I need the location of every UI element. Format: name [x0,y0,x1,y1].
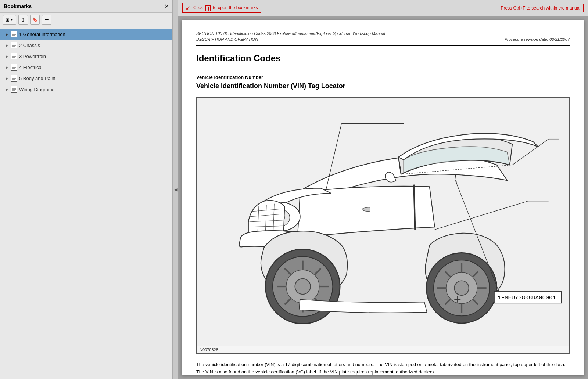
bookmark-item-label: 1 General Information [19,32,65,37]
search-hint: Press Ctrl+F to search within the manual [498,4,584,12]
main-title: Identification Codes [196,53,570,64]
sidebar-title: Bookmarks [4,3,32,9]
main-content: ↙ Click ▐ to open the bookmarks Press Ct… [178,0,588,379]
collapse-sidebar-handle[interactable]: ◀ [173,0,178,379]
section-header: SECTION 100-01: Identification Codes 200… [196,31,570,36]
sidebar: Bookmarks × ⊞ ▼ 🗑 🔖 ☰ ▶ 1 General Inform… [0,0,173,379]
chevron-icon: ▶ [4,54,10,59]
expand-bookmark-button[interactable]: ☰ [42,15,51,25]
bookmark-menu-dropdown[interactable]: ⊞ ▼ [3,15,16,25]
trash-icon: 🗑 [21,17,25,22]
sidebar-item-1-general-information[interactable]: ▶ 1 General Information [0,29,172,40]
vin-diagram-container: 1FMEU73808UA00001 N0070328 [196,97,570,354]
sidebar-item-5-body-and-paint[interactable]: ▶ 5 Body and Paint [0,73,172,84]
svg-text:1FMEU73808UA00001: 1FMEU73808UA00001 [498,295,556,302]
bookmark-item-label: 3 Powertrain [19,54,46,59]
bookmark-save-icon: 🔖 [32,17,38,22]
top-bar: ↙ Click ▐ to open the bookmarks Press Ct… [178,0,588,16]
chevron-icon: ▶ [4,76,10,81]
collapse-arrow-icon: ◀ [174,187,177,192]
document-body-text: The vehicle identification number (VIN) … [196,361,570,375]
vin-section-title: Vehicle Identification Number (VIN) Tag … [196,82,570,90]
svg-point-41 [295,279,311,294]
bookmark-page-icon [11,75,17,82]
chevron-icon: ▶ [4,65,10,70]
document-area: SECTION 100-01: Identification Codes 200… [182,20,584,375]
close-sidebar-button[interactable]: × [165,3,169,10]
open-bookmarks-hint: ↙ Click ▐ to open the bookmarks [182,3,261,13]
hint-arrow-icon: ↙ [186,4,190,11]
bookmark-page-icon [11,53,17,59]
vin-diagram-svg: 1FMEU73808UA00001 [197,98,569,346]
expand-icon: ☰ [45,17,49,22]
chevron-icon: ▶ [4,43,10,48]
bookmark-item-label: 4 Electrical [19,65,43,70]
section-subheader: DESCRIPTION AND OPERATION Procedure revi… [196,37,570,41]
save-bookmark-button[interactable]: 🔖 [30,15,40,25]
bookmark-page-icon [11,86,17,93]
hint-left-text: Click ▐ to open the bookmarks [193,5,258,11]
bookmark-item-label: Wiring Diagrams [19,87,54,92]
bookmark-item-label: 5 Body and Paint [19,76,55,81]
dropdown-arrow-icon: ▼ [10,18,14,22]
bookmark-list: ▶ 1 General Information▶ 2 Chassis▶ 3 Po… [0,27,172,379]
description-label: DESCRIPTION AND OPERATION [196,37,258,41]
sidebar-item-2-chassis[interactable]: ▶ 2 Chassis [0,40,172,51]
section-divider [196,45,570,46]
sidebar-toolbar: ⊞ ▼ 🗑 🔖 ☰ [0,13,172,27]
bookmark-page-icon [11,31,17,37]
vin-subtitle: Vehicle Identification Number [196,75,570,80]
sidebar-header: Bookmarks × [0,0,172,13]
procedure-date: Procedure revision date: 06/21/2007 [505,37,570,41]
bookmark-grid-icon: ⊞ [6,17,10,23]
sidebar-item-3-powertrain[interactable]: ▶ 3 Powertrain [0,51,172,62]
svg-point-53 [454,281,469,295]
sidebar-item-4-electrical[interactable]: ▶ 4 Electrical [0,62,172,73]
svg-line-54 [414,185,415,230]
chevron-icon: ▶ [4,87,10,92]
sidebar-item-wiring-diagrams[interactable]: ▶ Wiring Diagrams [0,84,172,95]
diagram-figure-number: N0070328 [197,346,569,353]
bookmark-page-icon [11,64,17,71]
chevron-icon: ▶ [4,32,10,37]
bookmark-item-label: 2 Chassis [19,43,40,48]
bookmark-page-icon [11,42,17,48]
delete-bookmark-button[interactable]: 🗑 [18,15,28,25]
